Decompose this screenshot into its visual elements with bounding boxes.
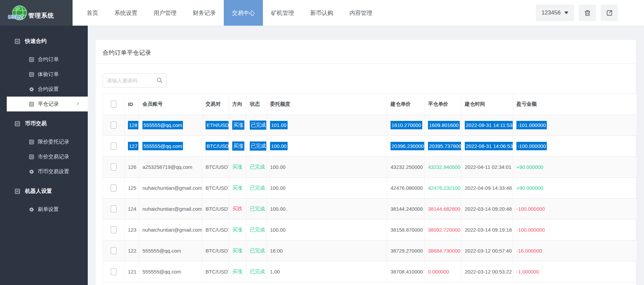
user-dropdown-button[interactable]: 123456 xyxy=(536,5,574,21)
clear-cache-button[interactable] xyxy=(579,5,596,21)
cell-text: -101.000000 xyxy=(516,121,547,129)
row-checkbox[interactable] xyxy=(111,247,116,254)
row-checkbox[interactable] xyxy=(111,163,116,171)
select-all-checkbox[interactable] xyxy=(111,101,116,108)
nav-item-4[interactable]: 交易中心 xyxy=(224,0,263,26)
sidebar-section-label: 机器人设置 xyxy=(25,188,52,195)
nav-item-0[interactable]: 首页 xyxy=(79,0,106,26)
sidebar-item[interactable]: 合约设置 xyxy=(0,82,88,97)
cell-status: 已完成 xyxy=(246,219,267,240)
nav-item-label: 新币认购 xyxy=(310,9,333,17)
sidebar-section-title[interactable]: 币币交易 xyxy=(0,116,88,131)
column-header: 交易对 xyxy=(202,94,229,115)
cell-close: 42476.232100 xyxy=(425,178,461,199)
column-header: 建仓单价 xyxy=(387,94,425,115)
sidebar-item[interactable]: 刷单设置 xyxy=(0,202,88,217)
cell-amount: 100.00 xyxy=(267,219,387,240)
cell-text: 124 xyxy=(128,206,136,212)
cell-text: +90.000000 xyxy=(516,185,543,191)
row-checkbox[interactable] xyxy=(111,268,116,275)
sidebar-section-title[interactable]: 机器人设置 xyxy=(0,184,88,199)
cell-text: 38158.870000 xyxy=(391,227,423,233)
cell-text: nuhaichuntian@gmail.com xyxy=(142,227,202,233)
sidebar-section-2: 机器人设置刷单设置 xyxy=(0,184,88,217)
cell-text: 100.00 xyxy=(270,164,286,170)
cell-direction: 买涨 xyxy=(229,219,246,240)
table-row: 127555555@qq.comBTC/USDT买涨已完成100.0020396… xyxy=(103,136,637,157)
cell-time: 2022-03-12 00:57:40 xyxy=(461,240,513,261)
row-checkbox[interactable] xyxy=(111,142,116,150)
cell-text: 100.00 xyxy=(270,185,286,191)
cell-id: 125 xyxy=(125,178,139,199)
cell-text: BTC/USDT xyxy=(206,142,229,150)
logout-button[interactable] xyxy=(601,5,618,21)
cell-text: 123 xyxy=(128,227,136,233)
cell-text: 38144.682800 xyxy=(428,206,460,212)
row-checkbox[interactable] xyxy=(111,205,116,212)
table-row: 126a253258719@qq.comBTC/USDT买涨已完成100.004… xyxy=(103,157,637,178)
nav-item-3[interactable]: 财务记录 xyxy=(185,0,224,26)
row-checkbox-cell xyxy=(103,219,125,240)
cell-text: 买涨 xyxy=(232,121,244,130)
sidebar-item[interactable]: 限价委托记录 xyxy=(0,134,88,149)
gear-icon xyxy=(29,87,34,92)
search-icon[interactable] xyxy=(156,77,163,84)
table-row: 125nuhaichuntian@gmail.comBTC/USDT买涨已完成1… xyxy=(103,178,637,199)
cell-text: 2022-08-31 14:11:53 xyxy=(465,121,513,129)
nav-item-1[interactable]: 系统设置 xyxy=(106,0,145,26)
column-header: 状态 xyxy=(246,94,267,115)
nav-item-label: 系统设置 xyxy=(114,9,137,17)
column-header: 平仓单价 xyxy=(425,94,461,115)
table-wrap: ID会员账号交易对方向状态委托额度建仓单价平仓单价建仓时间盈亏金额 128555… xyxy=(103,94,636,282)
sidebar-item[interactable]: 合约订单 xyxy=(0,52,88,67)
cell-text: ETH/USDT xyxy=(206,121,229,129)
cell-text: 555555@qq.com xyxy=(142,142,183,150)
cell-pair: BTC/USDT xyxy=(202,261,229,282)
cell-text: 2022-04-11 02:34:01 xyxy=(465,164,511,170)
cell-open: 38729.270000 xyxy=(387,240,425,261)
sidebar-item[interactable]: 平仓记录 xyxy=(7,97,88,111)
cell-close: 0.000000 xyxy=(425,261,461,282)
cell-text: -100.000000 xyxy=(516,206,545,212)
app-name: 管理系统 xyxy=(28,11,54,20)
cell-amount: 1.00 xyxy=(267,261,387,282)
list-icon xyxy=(29,139,34,145)
cell-text: 1.00 xyxy=(270,269,280,275)
page-title: 合约订单平仓记录 xyxy=(103,49,151,56)
cell-open: 1610.270000 xyxy=(387,115,425,136)
cell-text: BTC/USDT xyxy=(206,227,229,233)
cell-time: 2022-08-31 14:06:53 xyxy=(461,136,513,157)
cell-id: 122 xyxy=(125,240,139,261)
cell-amount: 16.00 xyxy=(267,240,387,261)
collapse-icon xyxy=(15,189,20,194)
cell-text: 1610.270000 xyxy=(391,121,422,129)
cell-text: 42476.080000 xyxy=(391,185,423,191)
cell-text: 买涨 xyxy=(232,185,242,190)
cell-pair: BTC/USDT xyxy=(202,136,229,157)
sidebar-item[interactable]: 市价交易记录 xyxy=(0,149,88,164)
caret-down-icon xyxy=(564,11,568,14)
cell-direction: 买涨 xyxy=(229,261,246,282)
row-checkbox[interactable] xyxy=(111,226,116,233)
table-row: 121555555@qq.comBTC/USDT买涨已完成1.0038708.4… xyxy=(103,261,637,282)
nav-item-6[interactable]: 新币认购 xyxy=(302,0,341,26)
sidebar-item-label: 平仓记录 xyxy=(38,101,59,108)
cell-amount: 100.00 xyxy=(267,157,387,178)
sidebar-item[interactable]: 体验订单 xyxy=(0,67,88,82)
row-checkbox[interactable] xyxy=(111,122,116,129)
nav-item-2[interactable]: 用户管理 xyxy=(145,0,185,26)
sidebar-section-title[interactable]: 快速合约 xyxy=(0,34,88,49)
row-checkbox[interactable] xyxy=(111,184,116,191)
content-card: 合约订单平仓记录 ID会员账号交易对方向状态委托额度建仓单价平仓单价建仓时间盈亏… xyxy=(96,40,636,285)
nav-item-5[interactable]: 矿机管理 xyxy=(263,0,302,26)
sidebar-section-label: 币币交易 xyxy=(25,120,47,127)
nav-item-7[interactable]: 内容管理 xyxy=(341,0,380,26)
table-row: 124nuhaichuntian@gmail.comBTC/USDT买跌已完成1… xyxy=(103,199,637,219)
cell-account: 555555@qq.com xyxy=(139,115,202,136)
row-checkbox-cell xyxy=(103,115,125,136)
column-header: 盈亏金额 xyxy=(513,94,637,115)
chevron-right-icon xyxy=(75,101,80,108)
cell-account: nuhaichuntian@gmail.com xyxy=(139,219,202,240)
sidebar-item[interactable]: 币币交易设置 xyxy=(0,164,88,179)
table-row: 128555555@qq.comETH/USDT买涨已完成101.001610.… xyxy=(103,115,637,136)
